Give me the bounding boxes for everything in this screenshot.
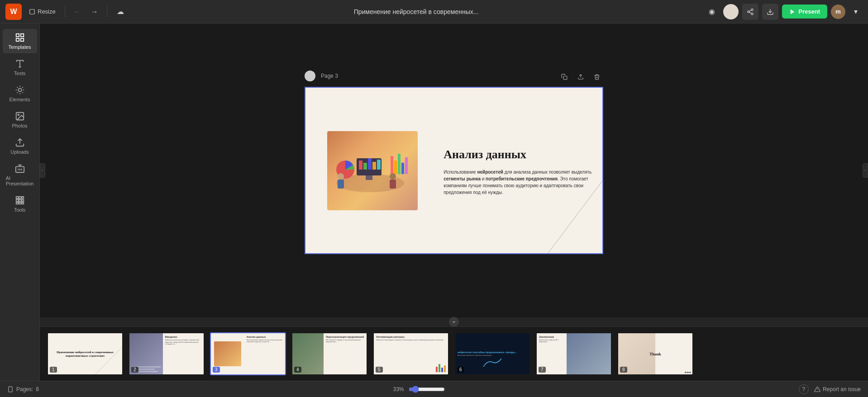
slide-toolbar-icons <box>558 71 603 83</box>
strip-slide-1[interactable]: Применение нейросетей в современных марк… <box>47 332 123 375</box>
svg-rect-35 <box>366 175 372 180</box>
report-issue-button[interactable]: Report an issue <box>814 386 861 392</box>
sidebar-item-tools[interactable]: Tools <box>3 192 37 216</box>
status-center: 33% <box>39 386 799 393</box>
divider-1 <box>65 6 65 17</box>
slide-strip: Применение нейросетей в современных марк… <box>40 326 868 381</box>
slide-main-title: Анализ данных <box>444 148 593 161</box>
strip-slide-6[interactable]: нейросетях способны предсказывать тренды… <box>454 332 530 375</box>
svg-line-5 <box>749 10 752 11</box>
strip-slide-8-inner: Thank 📷 📷 📷 <box>618 333 692 374</box>
strip-slide-5[interactable]: Оптимизация рекламы Нейросети анализирую… <box>373 332 449 375</box>
svg-rect-37 <box>363 163 367 170</box>
strip-slide-7[interactable]: Заключение Применение нейросетей в марке… <box>536 332 612 375</box>
left-panel-toggle[interactable]: ‹ <box>40 163 45 178</box>
sidebar-item-photos[interactable]: Photos <box>3 108 37 132</box>
svg-rect-23 <box>19 197 21 199</box>
slide-container: Page 3 <box>305 87 603 254</box>
share-button[interactable] <box>742 4 758 20</box>
present-button[interactable]: Present <box>782 5 827 19</box>
copy-slide-button[interactable] <box>558 71 571 83</box>
svg-rect-38 <box>368 158 372 170</box>
sidebar-item-ai[interactable]: AI Presentation <box>3 160 37 190</box>
strip-slide-8-number: 8 <box>620 367 627 373</box>
page-label: Page 3 <box>305 71 338 81</box>
theme-circle-button[interactable] <box>723 4 739 19</box>
present-label: Present <box>798 8 820 15</box>
strip-slide-5-number: 5 <box>376 367 383 373</box>
ai-icon <box>15 164 25 174</box>
strip-slide-1-number: 1 <box>50 367 57 373</box>
toolbar: W Resize ← → ☁ Применение нейросетей в с… <box>0 0 868 24</box>
sidebar-item-uploads[interactable]: Uploads <box>3 134 37 158</box>
strip-slide-7-number: 7 <box>539 367 546 373</box>
strip-slide-3[interactable]: Анализ данных Использование нейросетей д… <box>210 332 286 375</box>
main-area: Templates Texts Elements Photos <box>0 24 868 381</box>
svg-rect-30 <box>22 203 24 204</box>
help-button[interactable]: ? <box>799 384 809 394</box>
photos-icon <box>15 111 25 121</box>
pages-count: 8 <box>36 386 39 392</box>
zoom-slider[interactable] <box>409 386 445 393</box>
status-left: Pages: 8 <box>7 386 39 392</box>
svg-rect-43 <box>394 161 397 174</box>
download-icon <box>767 8 774 15</box>
status-bar: Pages: 8 33% ? Report an issue <box>0 381 868 397</box>
svg-rect-45 <box>401 163 404 174</box>
strip-slide-2[interactable]: Введение Нейросети революционизируют сов… <box>129 332 205 375</box>
sidebar-tools-label: Tools <box>14 207 26 213</box>
collapse-button[interactable] <box>449 317 459 327</box>
svg-rect-24 <box>22 197 24 198</box>
svg-point-49 <box>390 173 396 180</box>
sidebar-item-texts[interactable]: Texts <box>3 55 37 80</box>
app-logo[interactable]: W <box>5 4 22 20</box>
svg-rect-10 <box>16 38 19 41</box>
strip-slide-6-inner: нейросетях способны предсказывать тренды… <box>455 333 529 374</box>
slide-content: Анализ данных Использование нейросетей д… <box>305 88 602 253</box>
slide-frame[interactable]: Анализ данных Использование нейросетей д… <box>305 87 603 254</box>
account-chevron[interactable]: ▾ <box>849 5 863 19</box>
pages-icon <box>7 386 14 392</box>
undo-button[interactable]: ← <box>71 5 84 19</box>
sidebar-uploads-label: Uploads <box>10 149 29 155</box>
sidebar-item-templates[interactable]: Templates <box>3 29 37 53</box>
strip-slide-4-number: 4 <box>294 367 301 373</box>
strip-slide-3-inner: Анализ данных Использование нейросетей д… <box>211 333 285 374</box>
resize-button[interactable]: Resize <box>25 6 59 17</box>
svg-marker-7 <box>791 9 794 14</box>
share-icon <box>747 8 754 15</box>
color-wheel-button[interactable]: ◉ <box>704 4 720 19</box>
strip-slide-4[interactable]: Персонализация предложений ИИ позволяет … <box>291 332 367 375</box>
cloud-button[interactable]: ☁ <box>113 4 128 19</box>
slide-image[interactable] <box>327 131 418 210</box>
strip-slide-1-inner: Применение нейросетей в современных марк… <box>48 333 122 374</box>
document-title: Применение нейросетей в современных... <box>354 8 479 15</box>
templates-icon <box>15 33 25 43</box>
export-slide-button[interactable] <box>574 71 587 83</box>
svg-rect-29 <box>19 203 21 204</box>
svg-rect-48 <box>338 180 344 189</box>
svg-point-16 <box>18 114 19 115</box>
svg-rect-26 <box>19 199 21 202</box>
decorative-curve <box>548 181 602 253</box>
sidebar-elements-label: Elements <box>10 97 30 102</box>
sidebar-item-elements[interactable]: Elements <box>3 81 37 106</box>
strip-collapse-toggle[interactable] <box>40 317 868 326</box>
svg-rect-25 <box>16 199 18 202</box>
zoom-level: 33% <box>393 386 404 392</box>
uploads-icon <box>15 137 25 147</box>
strip-slide-8[interactable]: Thank 📷 📷 📷 8 <box>617 332 693 375</box>
delete-slide-button[interactable] <box>591 71 603 83</box>
redo-button[interactable]: → <box>88 5 101 19</box>
right-panel-toggle[interactable]: › <box>863 163 868 178</box>
strip-slide-5-inner: Оптимизация рекламы Нейросети анализирую… <box>374 333 448 374</box>
svg-rect-39 <box>372 162 376 170</box>
divider-2 <box>107 6 107 17</box>
texts-icon <box>15 59 25 69</box>
download-button[interactable] <box>762 4 778 20</box>
page-color-dot[interactable] <box>305 71 315 81</box>
strip-slide-6-number: 6 <box>457 367 464 373</box>
status-right: ? Report an issue <box>799 384 861 394</box>
tools-icon <box>15 195 25 205</box>
user-avatar[interactable]: m <box>831 5 845 19</box>
